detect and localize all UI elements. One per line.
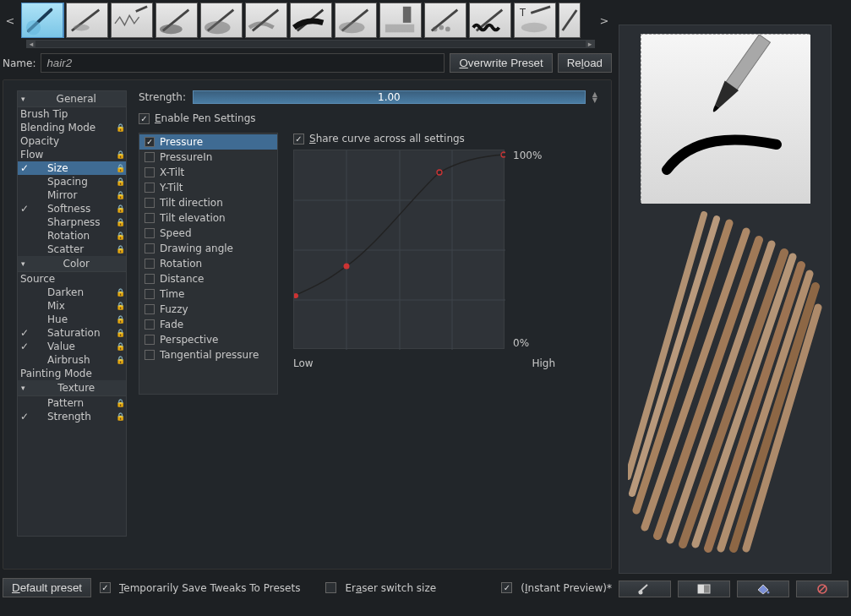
sensor-checkbox[interactable] [145,228,155,238]
fill-gradient-button[interactable] [678,581,730,597]
fill-brush-button[interactable] [619,581,671,597]
sensor-checkbox[interactable] [145,152,155,162]
sensor-checkbox[interactable] [145,137,155,147]
tree-item-strength[interactable]: ✓Strength🔒 [18,410,126,423]
sensor-checkbox[interactable] [145,304,155,314]
sensor-time[interactable]: Time [139,286,277,302]
overwrite-preset-button[interactable]: OOverwrite Presetverwrite Preset [450,53,552,73]
tree-item-saturation[interactable]: ✓Saturation🔒 [18,326,126,340]
svg-point-2 [160,25,183,34]
tree-item-painting-mode[interactable]: Painting Mode [18,367,126,380]
clear-button[interactable] [796,581,848,597]
preset-thumb[interactable] [111,3,153,38]
sensor-distance[interactable]: Distance [139,271,277,286]
scroll-left-icon[interactable]: ◂ [27,41,35,47]
curve-editor[interactable] [293,150,505,349]
enable-pen-checkbox[interactable] [139,113,150,124]
scratchpad[interactable] [628,206,822,564]
sensor-checkbox[interactable] [145,183,155,193]
tree-item-opacity[interactable]: Opacity [18,134,126,148]
svg-point-4 [339,22,364,33]
preset-next-button[interactable]: > [597,14,612,27]
tree-item-scatter[interactable]: Scatter🔒 [18,243,126,256]
tree-item-sharpness[interactable]: Sharpness🔒 [18,215,126,229]
sensor-checkbox[interactable] [145,243,155,253]
sensor-perspective[interactable]: Perspective [139,332,277,347]
sensor-checkbox[interactable] [145,319,155,330]
tree-item-airbrush[interactable]: Airbrush🔒 [18,353,126,367]
tree-header-texture[interactable]: ▾Texture [18,380,126,396]
preset-thumb[interactable] [379,3,422,38]
sensor-checkbox[interactable] [145,350,155,360]
tree-header-color[interactable]: ▾Color [18,256,126,272]
sensor-fade[interactable]: Fade [139,317,277,332]
preset-strip: < T [3,3,612,38]
sensor-checkbox[interactable] [145,259,155,269]
sensor-drawing-angle[interactable]: Drawing angle [139,241,277,256]
preset-thumb[interactable] [155,3,198,38]
sensor-fuzzy[interactable]: Fuzzy [139,302,277,317]
sensor-tilt-elevation[interactable]: Tilt elevation [139,210,277,226]
tree-item-blending-mode[interactable]: Blending Mode🔒 [18,121,126,134]
preset-thumb[interactable] [21,3,63,38]
preset-scrollbar[interactable]: ◂ ▸ [26,40,595,48]
sensor-rotation[interactable]: Rotation [139,256,277,271]
instant-preview-checkbox[interactable] [501,582,512,593]
tree-item-spacing[interactable]: Spacing🔒 [18,175,126,188]
svg-line-30 [819,586,826,592]
default-preset-button[interactable]: Default presetDefault preset [3,578,91,597]
tree-item-flow[interactable]: Flow🔒 [18,148,126,161]
preset-thumb[interactable] [290,3,332,38]
tree-item-mix[interactable]: Mix🔒 [18,299,126,313]
preset-prev-button[interactable]: < [3,14,18,27]
name-input[interactable] [41,53,445,73]
tree-item-pattern[interactable]: Pattern🔒 [18,396,126,410]
temp-save-label: Temporarily Save Tweaks To PresetsTempor… [119,582,300,594]
curve-xlabel-high: High [532,357,555,369]
sensor-checkbox[interactable] [145,213,155,223]
sensor-checkbox[interactable] [145,167,155,177]
preset-thumb[interactable] [66,3,108,38]
settings-tree: ▾General Brush TipBlending Mode🔒OpacityF… [17,90,127,537]
sensor-speed[interactable]: Speed [139,226,277,241]
preset-thumb[interactable] [424,3,466,38]
sensor-checkbox[interactable] [145,335,155,345]
sensor-x-tilt[interactable]: X-Tilt [139,165,277,180]
sensor-pressure[interactable]: Pressure [139,134,277,150]
strength-slider[interactable]: 1.00 [193,90,586,104]
scroll-right-icon[interactable]: ▸ [586,41,594,47]
strength-spinner[interactable]: ▲▼ [592,91,597,103]
lock-icon: 🔒 [116,412,124,421]
tree-item-mirror[interactable]: Mirror🔒 [18,188,126,202]
tree-item-hue[interactable]: Hue🔒 [18,313,126,326]
tree-item-rotation[interactable]: Rotation🔒 [18,229,126,243]
sensor-tilt-direction[interactable]: Tilt direction [139,195,277,210]
share-curve-checkbox[interactable] [293,134,304,144]
tree-item-value[interactable]: ✓Value🔒 [18,340,126,353]
tree-item-darken[interactable]: Darken🔒 [18,286,126,299]
brush-tip-preview [641,34,810,203]
curve-ylabel-bot: 0% [513,337,542,349]
preset-thumb[interactable] [200,3,243,38]
tree-header-general[interactable]: ▾General [18,91,126,107]
fill-bucket-button[interactable] [737,581,789,597]
sensor-y-tilt[interactable]: Y-Tilt [139,180,277,195]
tree-item-size[interactable]: ✓Size🔒 [18,161,126,175]
lock-icon: 🔒 [116,342,124,351]
sensor-checkbox[interactable] [145,289,155,299]
preset-thumb[interactable] [335,3,377,38]
tree-item-brush-tip[interactable]: Brush Tip [18,107,126,121]
preset-thumb[interactable] [469,3,511,38]
sensor-checkbox[interactable] [145,274,155,284]
tree-item-source[interactable]: Source [18,272,126,286]
sensor-checkbox[interactable] [145,198,155,208]
preset-thumb[interactable] [559,3,581,38]
preset-thumb[interactable]: T [514,3,556,38]
temp-save-checkbox[interactable] [100,582,111,593]
sensor-pressurein[interactable]: PressureIn [139,150,277,165]
preset-thumb[interactable] [245,3,287,38]
reload-button[interactable]: ReloadReload [558,53,612,73]
eraser-switch-checkbox[interactable] [325,582,336,593]
sensor-tangential-pressure[interactable]: Tangential pressure [139,347,277,363]
tree-item-softness[interactable]: ✓Softness🔒 [18,202,126,215]
